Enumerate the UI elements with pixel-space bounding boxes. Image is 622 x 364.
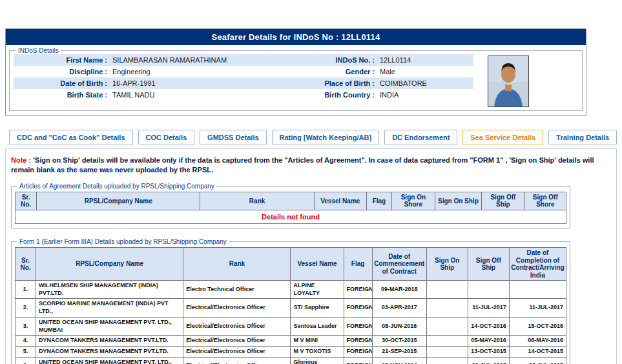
form1-cell: FOREIGN — [344, 317, 372, 335]
birth-country-value: INDIA — [378, 91, 473, 99]
form1-cell: 11-JUL-2017 — [468, 299, 509, 317]
col-date-of-commencement: Date of Commencement of Contract — [372, 248, 426, 281]
portrait-photo-placeholder — [488, 56, 528, 106]
col-sign-on-shore: Sign On Shore — [392, 192, 435, 210]
form1-cell: 06-MAY-2016 — [509, 336, 566, 347]
col-rank: Rank — [183, 248, 291, 281]
birth-country-label: Birth Country : — [282, 91, 378, 99]
form1-cell: 4. — [16, 336, 36, 347]
first-name-value: SILAMBARASAN RAMARATHINAM — [110, 56, 282, 64]
tab-sea-service-details[interactable]: Sea Service Details — [462, 130, 543, 145]
col-sr-no: Sr. No. — [16, 248, 36, 281]
form1-cell: 1. — [16, 281, 36, 299]
indos-details-grid: First Name : SILAMBARASAN RAMARATHINAM I… — [14, 54, 473, 101]
date-of-birth-label: Date of Birth : — [14, 79, 110, 87]
form1-cell: 28-NOV-2014 — [372, 357, 426, 364]
form1-cell: Electrical/Electronics Officer — [183, 346, 291, 357]
form1-header-row: Sr. No. RPSL/Company Name Rank Vessel Na… — [16, 248, 566, 281]
articles-empty-row: Details not found — [16, 210, 566, 223]
form1-cell: 08-JUN-2016 — [372, 317, 426, 335]
form1-cell: Glorious Express — [291, 357, 344, 364]
form1-cell: ALPINE LOYALTY — [291, 281, 344, 299]
form1-cell: FOREIGN — [344, 281, 372, 299]
birth-state-value: TAMIL NADU — [110, 91, 282, 99]
form1-row: 1.WILHELMSEN SHIP MANAGEMENT (INDIA) PVT… — [16, 281, 566, 299]
detail-row: Birth State : TAMIL NADU Birth Country :… — [14, 89, 473, 101]
gender-value: Male — [378, 68, 473, 76]
form1-cell: STI Sapphire — [291, 299, 344, 317]
form1-cell: FOREIGN — [344, 357, 372, 364]
col-flag: Flag — [344, 248, 372, 281]
detail-row: Date of Birth : 16-APR-1991 Place of Bir… — [14, 77, 473, 89]
tab-dc-endorsement[interactable]: DC Endorsement — [384, 130, 457, 145]
note-prefix: Note : — [11, 156, 31, 164]
form1-row: 3.UNITED OCEAN SHIP MANAGEMENT PVT. LTD.… — [16, 317, 566, 335]
form1-cell: Electrical/Electronics Officer — [183, 357, 291, 364]
form1-cell — [426, 336, 468, 347]
first-name-label: First Name : — [14, 56, 110, 64]
detail-row: Discipline : Engineering Gender : Male — [14, 66, 473, 77]
form1-cell: 14-OCT-2015 — [509, 346, 566, 357]
form1-cell: FOREIGN — [344, 299, 372, 317]
col-sign-on-ship: Sign On Ship — [426, 248, 468, 281]
tab-rating-watch-keeping-ab[interactable]: Rating [Watch Keeping/AB] — [272, 130, 380, 145]
articles-of-agreement-section: Articles of Agreement Details uploaded b… — [11, 183, 570, 228]
form1-row: 2.SCORPIO MARINE MANAGEMENT (INDIA) PVT … — [16, 299, 566, 317]
form1-cell: 3. — [16, 317, 36, 335]
form1-cell: 30-OCT-2015 — [372, 336, 426, 347]
form1-cell: 14-OCT-2016 — [468, 317, 509, 335]
form1-cell: M V TOXOTIS — [291, 346, 344, 357]
form1-cell — [509, 281, 566, 299]
articles-table: Sr. No. RPSL/Company Name Rank Vessel Na… — [15, 192, 566, 224]
col-rank: Rank — [200, 192, 314, 210]
form1-cell: 2. — [16, 299, 36, 317]
form1-cell: 03-JUL-2015 — [509, 357, 566, 364]
seafarer-details-page: Seafarer Details for INDoS No : 12LL0114… — [0, 0, 622, 364]
seafarer-photo — [488, 56, 529, 107]
form1-cell — [426, 299, 468, 317]
form1-cell: DYNACOM TANKERS MANAGEMENT PVT.LTD. — [36, 336, 183, 347]
form1-row: 5.DYNACOM TANKERS MANAGEMENT PVT.LTD.Ele… — [16, 346, 566, 357]
form1-cell: UNITED OCEAN SHIP MANAGEMENT PVT. LTD., … — [36, 357, 183, 364]
form1-cell: DYNACOM TANKERS MANAGEMENT PVT.LTD. — [36, 346, 183, 357]
discipline-label: Discipline : — [14, 68, 110, 76]
col-vessel-name: Vessel Name — [314, 192, 366, 210]
form1-cell: SCORPIO MARINE MANAGEMENT (INDIA) PVT LT… — [36, 299, 183, 317]
form1-table: Sr. No. RPSL/Company Name Rank Vessel Na… — [15, 247, 566, 364]
col-sign-on-ship: Sign On Ship — [435, 192, 482, 210]
col-flag: Flag — [366, 192, 391, 210]
form1-cell: WILHELMSEN SHIP MANAGEMENT (INDIA) PVT.L… — [36, 281, 183, 299]
col-sr-no: Sr. No. — [16, 192, 37, 210]
form1-cell: Electro Technical Officer — [183, 281, 291, 299]
form1-cell: 5. — [16, 346, 36, 357]
tab-training-details[interactable]: Training Details — [548, 130, 617, 145]
indos-no-value: 12LL0114 — [378, 56, 473, 64]
col-rpsl-company-name: RPSL/Company Name — [37, 192, 200, 210]
form1-cell: 11-JUL-2017 — [509, 299, 566, 317]
form1-legend: Form 1 (Earlier Form IIIA) Details uploa… — [17, 238, 229, 245]
tab-coc-details[interactable]: COC Details — [138, 130, 195, 145]
form1-cell — [426, 346, 468, 357]
indos-details-legend: INDoS Details — [16, 47, 61, 54]
note-text: 'Sign on Ship' details will be available… — [11, 156, 594, 174]
form1-cell: 6. — [16, 357, 36, 364]
gender-label: Gender : — [282, 68, 378, 76]
date-of-birth-value: 16-APR-1991 — [110, 79, 282, 87]
form1-cell — [426, 357, 468, 364]
form1-cell: 13-OCT-2015 — [468, 346, 509, 357]
form1-cell: Sentosa Leader — [291, 317, 344, 335]
tab-cdc-coc-as-cook-details[interactable]: CDC and "CoC as Cook" Details — [9, 130, 133, 145]
tab-gmdss-details[interactable]: GMDSS Details — [200, 130, 266, 145]
sea-service-details-panel: Note : 'Sign on Ship' details will be av… — [5, 148, 617, 364]
col-vessel-name: Vessel Name — [291, 248, 344, 281]
details-not-found-message: Details not found — [16, 210, 566, 223]
articles-legend: Articles of Agreement Details uploaded b… — [17, 183, 216, 190]
form1-table-body: 1.WILHELMSEN SHIP MANAGEMENT (INDIA) PVT… — [16, 281, 566, 364]
form1-cell: Electrical/Electronics Officer — [183, 336, 291, 347]
articles-header-row: Sr. No. RPSL/Company Name Rank Vessel Na… — [16, 192, 566, 210]
form1-cell: FOREIGN — [344, 346, 372, 357]
sign-on-ship-note: Note : 'Sign on Ship' details will be av… — [11, 156, 611, 176]
tab-bar: CDC and "CoC as Cook" Details COC Detail… — [9, 130, 622, 145]
form1-cell — [426, 281, 468, 299]
form1-cell: FOREIGN — [344, 336, 372, 347]
